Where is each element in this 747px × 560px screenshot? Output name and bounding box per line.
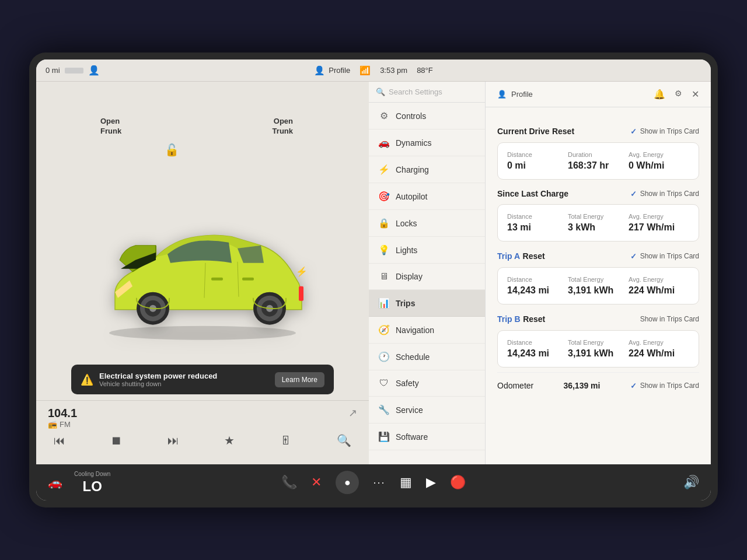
favorite-button[interactable]: ★ xyxy=(224,433,235,447)
ta-total-label: Total Energy xyxy=(568,276,629,283)
search-media-button[interactable]: 🔍 xyxy=(337,433,351,447)
trip-b-avg-energy: Avg. Energy 224 Wh/mi xyxy=(629,339,689,359)
trip-a-trips-label: Show in Trips Card xyxy=(640,252,699,260)
trip-a-card: Distance 14,243 mi Total Energy 3,191 kW… xyxy=(497,267,699,304)
duration-value: 168:37 hr xyxy=(568,160,629,171)
menu-item-locks[interactable]: 🔒Locks xyxy=(369,210,485,237)
panel-profile-button[interactable]: 👤 Profile xyxy=(497,90,533,99)
trip-a-trips-toggle[interactable]: ✓ Show in Trips Card xyxy=(630,252,699,261)
odometer-label: Odometer xyxy=(497,381,533,390)
menu-item-controls[interactable]: ⚙Controls xyxy=(369,103,485,130)
last-charge-data-row: Distance 13 mi Total Energy 3 kWh Avg. E… xyxy=(507,213,689,233)
profile-button[interactable]: 👤 Profile xyxy=(314,65,350,76)
menu-label-lights: Lights xyxy=(396,246,417,255)
menu-icon-dynamics: 🚗 xyxy=(378,137,390,148)
range-display: 0 mi xyxy=(46,66,60,75)
menu-item-lights[interactable]: 💡Lights xyxy=(369,237,485,264)
grid-button[interactable]: ▦ xyxy=(400,475,412,490)
equalizer-button[interactable]: 🎚 xyxy=(280,434,292,447)
menu-item-charging[interactable]: ⚡Charging xyxy=(369,156,485,183)
menu-item-navigation[interactable]: 🧭Navigation xyxy=(369,317,485,344)
media-info: 104.1 📻 FM ↗ xyxy=(48,407,357,429)
menu-item-safety[interactable]: 🛡Safety xyxy=(369,370,485,397)
car-home-button[interactable]: 🚗 xyxy=(48,475,62,489)
media-button[interactable]: ✕ xyxy=(311,475,322,490)
open-frunk-label[interactable]: Open Frunk xyxy=(100,117,121,136)
station-type: 📻 FM xyxy=(48,420,77,429)
current-drive-reset[interactable]: Reset xyxy=(552,127,574,136)
current-drive-distance: Distance 0 mi xyxy=(507,151,568,171)
tb-total-label: Total Energy xyxy=(568,339,629,346)
menu-label-controls: Controls xyxy=(396,111,426,121)
climate-button[interactable]: Cooling Down LO xyxy=(74,471,110,495)
prev-track-button[interactable]: ⏮ xyxy=(54,434,65,447)
menu-item-service[interactable]: 🔧Service xyxy=(369,397,485,424)
settings-icon[interactable]: ⚙ xyxy=(675,89,682,100)
current-drive-trips-toggle[interactable]: ✓ Show in Trips Card xyxy=(630,127,699,136)
menu-icon-lights: 💡 xyxy=(378,244,390,256)
last-charge-total-energy: Total Energy 3 kWh xyxy=(568,213,629,233)
menu-icon-autopilot: 🎯 xyxy=(378,191,390,202)
trip-b-reset[interactable]: Reset xyxy=(523,314,545,324)
header-icons: 🔔 ⚙ ✕ xyxy=(654,89,699,100)
menu-item-software[interactable]: 💾Software xyxy=(369,424,485,450)
screen: 0 mi 👤 👤 Profile 📶 3:53 pm 88°F xyxy=(36,60,711,501)
cooling-label: Cooling Down xyxy=(74,471,110,477)
trips-content: Current Drive Reset ✓ Show in Trips Card… xyxy=(486,107,711,402)
menu-label-charging: Charging xyxy=(396,165,429,174)
search-bar: 🔍 Search Settings xyxy=(369,82,485,103)
left-panel: Open Frunk Open Trunk 🔓 xyxy=(36,82,369,464)
volume-icon[interactable]: 🔊 xyxy=(683,475,699,490)
more-button[interactable]: ··· xyxy=(373,477,385,489)
odometer-trips-toggle[interactable]: ✓ Show in Trips Card xyxy=(630,382,699,390)
trip-a-avg-energy: Avg. Energy 224 Wh/mi xyxy=(629,276,689,296)
menu-icon-software: 💾 xyxy=(378,431,390,442)
car-visualization: Open Frunk Open Trunk 🔓 xyxy=(36,82,369,464)
energy-value: 0 Wh/mi xyxy=(629,160,689,171)
menu-item-trips[interactable]: 📊Trips xyxy=(369,290,485,317)
last-charge-trips-label: Show in Trips Card xyxy=(640,190,699,198)
panel-header: 👤 Profile 🔔 ⚙ ✕ xyxy=(486,82,711,107)
alert-button[interactable]: 🔴 xyxy=(450,475,466,490)
menu-label-display: Display xyxy=(396,272,423,281)
current-drive-header: Current Drive Reset ✓ Show in Trips Card xyxy=(497,126,699,136)
trip-b-trips-toggle[interactable]: Show in Trips Card xyxy=(640,315,699,323)
odometer-trips-label: Show in Trips Card xyxy=(640,382,699,390)
next-track-button[interactable]: ⏭ xyxy=(167,434,179,447)
tb-total-value: 3,191 kWh xyxy=(568,348,629,359)
menu-item-schedule[interactable]: 🕐Schedule xyxy=(369,344,485,370)
tb-distance-label: Distance xyxy=(507,339,568,346)
close-icon[interactable]: ✕ xyxy=(692,89,699,100)
last-charge-trips-toggle[interactable]: ✓ Show in Trips Card xyxy=(630,190,699,198)
stop-button[interactable]: ⏹ xyxy=(110,434,122,447)
media-play-button[interactable]: ▶ xyxy=(426,475,436,490)
trip-a-reset[interactable]: Reset xyxy=(523,251,545,261)
ta-avg-label: Avg. Energy xyxy=(629,276,689,283)
menu-item-dynamics[interactable]: 🚗Dynamics xyxy=(369,130,485,156)
car-icon: 🚗 xyxy=(48,475,62,489)
svg-text:⚡: ⚡ xyxy=(296,266,308,277)
panel-profile-icon: 👤 xyxy=(497,90,507,99)
settings-menu: 🔍 Search Settings ⚙Controls🚗Dynamics⚡Cha… xyxy=(369,82,486,464)
bell-icon[interactable]: 🔔 xyxy=(654,89,665,100)
last-charge-avg-energy: Avg. Energy 217 Wh/mi xyxy=(629,213,689,233)
open-trunk-label[interactable]: Open Trunk xyxy=(273,117,293,136)
media-expand-icon[interactable]: ↗ xyxy=(348,407,357,419)
phone-button[interactable]: 📞 xyxy=(281,475,297,490)
menu-label-navigation: Navigation xyxy=(396,326,434,335)
last-charge-title: Since Last Charge xyxy=(497,189,568,198)
menu-icon-display: 🖥 xyxy=(378,271,390,282)
menu-icon-locks: 🔒 xyxy=(378,218,390,229)
taskbar-right: 🔊 xyxy=(482,475,699,490)
search-settings-input[interactable]: 🔍 Search Settings xyxy=(376,88,478,96)
trip-b-total-energy: Total Energy 3,191 kWh xyxy=(568,339,629,359)
menu-item-autopilot[interactable]: 🎯Autopilot xyxy=(369,183,485,210)
learn-more-button[interactable]: Learn More xyxy=(275,372,324,387)
home-circle-button[interactable]: ● xyxy=(336,471,359,494)
current-drive-energy: Avg. Energy 0 Wh/mi xyxy=(629,151,689,171)
profile-label: Profile xyxy=(329,66,350,75)
menu-label-dynamics: Dynamics xyxy=(396,138,431,148)
trip-a-total-energy: Total Energy 3,191 kWh xyxy=(568,276,629,296)
trip-a-title: Trip A xyxy=(497,251,520,261)
menu-item-display[interactable]: 🖥Display xyxy=(369,264,485,290)
